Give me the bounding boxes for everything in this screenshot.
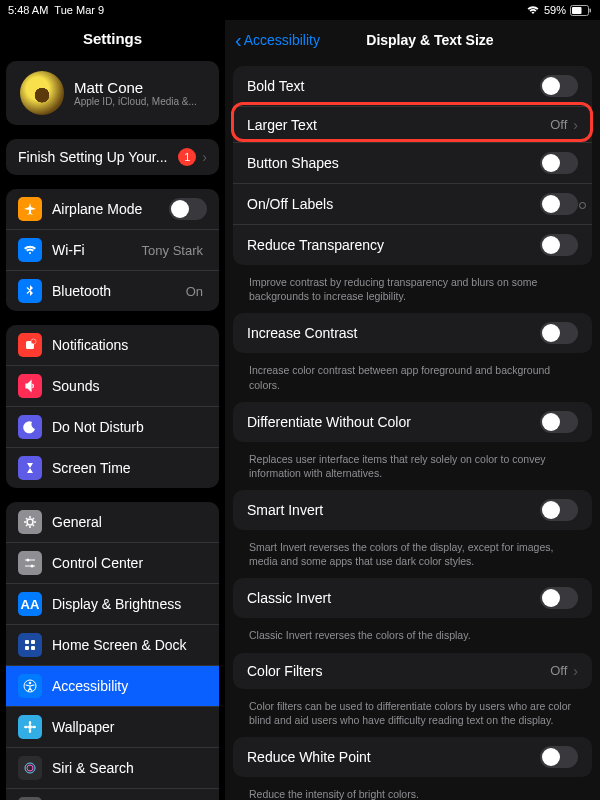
- main-panel: ‹ Accessibility Display & Text Size Bold…: [225, 20, 600, 800]
- color-filters-value: Off: [550, 663, 567, 678]
- accessibility-row[interactable]: Accessibility: [6, 665, 219, 706]
- button-shapes-label: Button Shapes: [247, 155, 540, 171]
- siri-icon: [18, 756, 42, 780]
- general-row[interactable]: General: [6, 502, 219, 542]
- bluetooth-label: Bluetooth: [52, 283, 186, 299]
- page-title: Display & Text Size: [270, 32, 590, 48]
- button-shapes-row[interactable]: Button Shapes: [233, 142, 592, 183]
- textsize-icon: AA: [18, 592, 42, 616]
- increase-contrast-switch[interactable]: [540, 322, 578, 344]
- chevron-right-icon: ›: [202, 149, 207, 165]
- svg-line-12: [26, 525, 27, 526]
- smart-invert-label: Smart Invert: [247, 502, 540, 518]
- diff-caption: Replaces user interface items that rely …: [233, 448, 592, 490]
- reduce-white-switch[interactable]: [540, 746, 578, 768]
- wallpaper-row[interactable]: Wallpaper: [6, 706, 219, 747]
- svg-rect-1: [572, 7, 582, 14]
- airplane-label: Airplane Mode: [52, 201, 169, 217]
- settings-sidebar: Settings Matt Cone Apple ID, iCloud, Med…: [0, 20, 225, 800]
- larger-text-value: Off: [550, 117, 567, 132]
- smart-invert-row[interactable]: Smart Invert: [233, 490, 592, 530]
- onoff-labels-switch[interactable]: [540, 193, 578, 215]
- classic-invert-row[interactable]: Classic Invert: [233, 578, 592, 618]
- gear-icon: [18, 510, 42, 534]
- screentime-row[interactable]: Screen Time: [6, 447, 219, 488]
- siri-row[interactable]: Siri & Search: [6, 747, 219, 788]
- sounds-row[interactable]: Sounds: [6, 365, 219, 406]
- home-screen-row[interactable]: Home Screen & Dock: [6, 624, 219, 665]
- airplane-icon: [18, 197, 42, 221]
- sidebar-title: Settings: [0, 20, 225, 61]
- wifi-settings-icon: [18, 238, 42, 262]
- reduce-transparency-switch[interactable]: [540, 234, 578, 256]
- bluetooth-icon: [18, 279, 42, 303]
- smart-caption: Smart Invert reverses the colors of the …: [233, 536, 592, 578]
- onoff-labels-row[interactable]: On/Off Labels: [233, 183, 592, 224]
- notifications-label: Notifications: [52, 337, 207, 353]
- chevron-right-icon: ›: [573, 663, 578, 679]
- smart-invert-switch[interactable]: [540, 499, 578, 521]
- accessibility-label: Accessibility: [52, 678, 207, 694]
- transparency-caption: Improve contrast by reducing transparenc…: [233, 271, 592, 313]
- larger-text-row[interactable]: Larger Text Off ›: [233, 106, 592, 142]
- svg-point-25: [29, 721, 32, 725]
- svg-rect-20: [25, 646, 29, 650]
- diff-without-color-switch[interactable]: [540, 411, 578, 433]
- home-label: Home Screen & Dock: [52, 637, 207, 653]
- wallpaper-label: Wallpaper: [52, 719, 207, 735]
- diff-without-color-label: Differentiate Without Color: [247, 414, 540, 430]
- svg-point-24: [28, 725, 32, 729]
- sounds-icon: [18, 374, 42, 398]
- svg-point-28: [32, 726, 36, 729]
- svg-rect-21: [31, 646, 35, 650]
- onoff-labels-label: On/Off Labels: [247, 196, 540, 212]
- profile-name: Matt Cone: [74, 79, 197, 96]
- bluetooth-row[interactable]: Bluetooth On: [6, 270, 219, 311]
- classic-invert-switch[interactable]: [540, 587, 578, 609]
- classic-caption: Classic Invert reverses the colors of th…: [233, 624, 592, 652]
- profile-row[interactable]: Matt Cone Apple ID, iCloud, Media &...: [6, 61, 219, 125]
- screentime-label: Screen Time: [52, 460, 207, 476]
- finish-setup-label: Finish Setting Up Your...: [18, 149, 178, 165]
- flower-icon: [18, 715, 42, 739]
- accessibility-icon: [18, 674, 42, 698]
- bold-text-switch[interactable]: [540, 75, 578, 97]
- pencil-row[interactable]: Apple Pencil: [6, 788, 219, 800]
- display-label: Display & Brightness: [52, 596, 207, 612]
- reduce-white-row[interactable]: Reduce White Point: [233, 737, 592, 777]
- airplane-switch[interactable]: [169, 198, 207, 220]
- color-filters-row[interactable]: Color Filters Off ›: [233, 653, 592, 689]
- reduce-white-label: Reduce White Point: [247, 749, 540, 765]
- increase-contrast-row[interactable]: Increase Contrast: [233, 313, 592, 353]
- classic-invert-label: Classic Invert: [247, 590, 540, 606]
- sliders-icon: [18, 551, 42, 575]
- display-brightness-row[interactable]: AA Display & Brightness: [6, 583, 219, 624]
- siri-label: Siri & Search: [52, 760, 207, 776]
- chevron-left-icon: ‹: [235, 34, 242, 46]
- reduce-transparency-label: Reduce Transparency: [247, 237, 540, 253]
- finish-setup-row[interactable]: Finish Setting Up Your... 1 ›: [6, 139, 219, 175]
- battery-icon: [570, 5, 592, 16]
- white-caption: Reduce the intensity of bright colors.: [233, 783, 592, 800]
- diff-without-color-row[interactable]: Differentiate Without Color: [233, 402, 592, 442]
- svg-line-13: [33, 518, 34, 519]
- control-center-row[interactable]: Control Center: [6, 542, 219, 583]
- contrast-caption: Increase color contrast between app fore…: [233, 359, 592, 401]
- wifi-row[interactable]: Wi-Fi Tony Stark: [6, 229, 219, 270]
- airplane-mode-row[interactable]: Airplane Mode: [6, 189, 219, 229]
- dnd-row[interactable]: Do Not Disturb: [6, 406, 219, 447]
- notifications-icon: [18, 333, 42, 357]
- battery-percent: 59%: [544, 4, 566, 16]
- bold-text-row[interactable]: Bold Text: [233, 66, 592, 106]
- button-shapes-switch[interactable]: [540, 152, 578, 174]
- chevron-right-icon: ›: [573, 117, 578, 133]
- bold-text-label: Bold Text: [247, 78, 540, 94]
- notifications-row[interactable]: Notifications: [6, 325, 219, 365]
- svg-point-23: [29, 682, 32, 685]
- reduce-transparency-row[interactable]: Reduce Transparency: [233, 224, 592, 265]
- dnd-label: Do Not Disturb: [52, 419, 207, 435]
- wifi-value: Tony Stark: [142, 243, 203, 258]
- svg-point-27: [24, 726, 28, 729]
- finish-setup-badge: 1: [178, 148, 196, 166]
- svg-rect-19: [31, 640, 35, 644]
